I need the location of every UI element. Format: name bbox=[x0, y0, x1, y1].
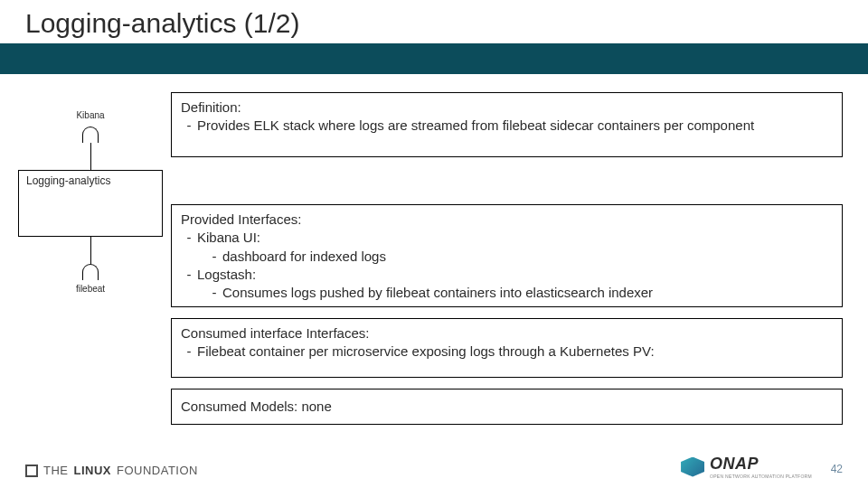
component-label: Logging-analytics bbox=[26, 174, 110, 187]
page-title: Logging-analytics (1/2) bbox=[25, 8, 300, 39]
provided-heading: Provided Interfaces: bbox=[181, 211, 833, 229]
definition-heading: Definition: bbox=[181, 99, 833, 117]
consumed-models-box: Consumed Models: none bbox=[171, 389, 843, 425]
onap-text: ONAP bbox=[710, 455, 812, 474]
provided-item-kibana-sub: dashboard for indexed logs bbox=[222, 248, 386, 266]
interface-lollipop-bottom-icon bbox=[82, 264, 99, 280]
definition-box: Definition: -Provides ELK stack where lo… bbox=[171, 92, 843, 157]
onap-hex-icon bbox=[681, 457, 704, 477]
port-label-bottom: filebeat bbox=[18, 284, 163, 294]
definition-item: Provides ELK stack where logs are stream… bbox=[197, 117, 754, 135]
component-diagram: Kibana Logging-analytics filebeat bbox=[18, 92, 163, 345]
header-band bbox=[0, 43, 868, 74]
lf-text-foundation: FOUNDATION bbox=[117, 464, 198, 477]
connector-line-bottom bbox=[90, 237, 91, 264]
consumed-item: Filebeat container per microservice expo… bbox=[197, 343, 655, 361]
consumed-heading: Consumed interface Interfaces: bbox=[181, 324, 833, 343]
provided-item-kibana: Kibana UI: bbox=[197, 229, 260, 247]
provided-item-logstash-sub: Consumes logs pushed by filebeat contain… bbox=[222, 284, 653, 302]
footer: THE LINUX FOUNDATION ONAP OPEN NETWORK A… bbox=[25, 455, 843, 481]
slide: Logging-analytics (1/2) Kibana Logging-a… bbox=[0, 0, 868, 488]
provided-item-logstash: Logstash: bbox=[197, 266, 256, 284]
connector-line-top bbox=[90, 143, 91, 170]
lf-text-the: THE bbox=[43, 464, 69, 477]
port-label-top: Kibana bbox=[18, 110, 163, 120]
provided-interfaces-box: Provided Interfaces: -Kibana UI: -dashbo… bbox=[171, 204, 843, 307]
consumed-models-text: Consumed Models: none bbox=[181, 399, 332, 414]
lf-text-linux: LINUX bbox=[74, 464, 112, 477]
bullet-dash: - bbox=[181, 117, 197, 135]
component-box: Logging-analytics bbox=[18, 170, 163, 237]
page-number: 42 bbox=[831, 463, 843, 475]
onap-subtitle: OPEN NETWORK AUTOMATION PLATFORM bbox=[710, 474, 812, 479]
interface-lollipop-top-icon bbox=[82, 127, 99, 143]
lf-square-icon bbox=[25, 465, 38, 477]
onap-logo: ONAP OPEN NETWORK AUTOMATION PLATFORM bbox=[681, 455, 812, 479]
linux-foundation-logo: THE LINUX FOUNDATION bbox=[25, 464, 198, 477]
consumed-interfaces-box: Consumed interface Interfaces: -Filebeat… bbox=[171, 318, 843, 378]
